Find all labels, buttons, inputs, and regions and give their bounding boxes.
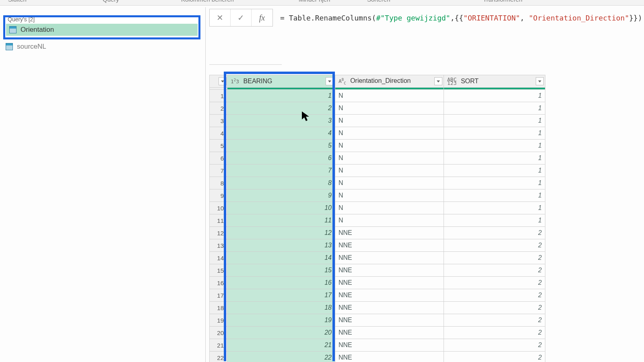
cell-sort[interactable]: 2 <box>444 252 545 264</box>
cell-bearing[interactable]: 14 <box>227 252 335 264</box>
cell-bearing[interactable]: 3 <box>227 115 335 127</box>
row-number[interactable]: 10 <box>210 202 227 214</box>
table-row[interactable]: 1515NNE2 <box>210 264 545 277</box>
cell-bearing[interactable]: 21 <box>227 339 335 352</box>
cell-orientation[interactable]: NNE <box>335 227 444 239</box>
cell-orientation[interactable]: NNE <box>335 302 444 314</box>
cell-orientation[interactable]: N <box>335 189 444 202</box>
cell-sort[interactable]: 1 <box>444 115 545 127</box>
cell-orientation[interactable]: NNE <box>335 264 444 277</box>
table-row[interactable]: 1313NNE2 <box>210 239 545 252</box>
cell-bearing[interactable]: 6 <box>227 152 335 165</box>
row-number[interactable]: 22 <box>210 352 227 362</box>
ribbon-transformeren[interactable]: Transformeren <box>483 0 522 3</box>
cell-orientation[interactable]: N <box>335 152 444 165</box>
cell-sort[interactable]: 1 <box>444 102 545 115</box>
chevron-down-icon[interactable] <box>536 77 544 85</box>
query-item-orientation[interactable]: Orientation <box>6 24 198 36</box>
cell-orientation[interactable]: N <box>335 115 444 127</box>
cell-sort[interactable]: 2 <box>444 339 545 352</box>
cell-bearing[interactable]: 17 <box>227 289 335 302</box>
cell-orientation[interactable]: NNE <box>335 239 444 252</box>
cell-orientation[interactable]: NNE <box>335 252 444 264</box>
cell-sort[interactable]: 1 <box>444 165 545 177</box>
table-row[interactable]: 1414NNE2 <box>210 252 545 264</box>
table-row[interactable]: 11N1 <box>210 90 545 102</box>
table-row[interactable]: 1818NNE2 <box>210 302 545 314</box>
table-row[interactable]: 22N1 <box>210 102 545 115</box>
cell-orientation[interactable]: N <box>335 165 444 177</box>
table-row[interactable]: 1212NNE2 <box>210 227 545 239</box>
cell-sort[interactable]: 2 <box>444 227 545 239</box>
table-row[interactable]: 44N1 <box>210 127 545 140</box>
row-number[interactable]: 8 <box>210 177 227 189</box>
column-header-bearing[interactable]: 123 BEARING <box>227 75 335 88</box>
table-row[interactable]: 99N1 <box>210 189 545 202</box>
row-number[interactable]: 7 <box>210 165 227 177</box>
cell-sort[interactable]: 1 <box>444 214 545 227</box>
ribbon-sluiten[interactable]: Sluiten <box>8 0 27 3</box>
cell-sort[interactable]: 2 <box>444 277 545 289</box>
row-number[interactable]: 20 <box>210 327 227 339</box>
cell-sort[interactable]: 1 <box>444 140 545 152</box>
cell-orientation[interactable]: NNE <box>335 339 444 352</box>
table-row[interactable]: 55N1 <box>210 140 545 152</box>
cell-sort[interactable]: 1 <box>444 177 545 189</box>
table-row[interactable]: 2020NNE2 <box>210 327 545 339</box>
row-number[interactable]: 18 <box>210 302 227 314</box>
row-number[interactable]: 6 <box>210 152 227 165</box>
cell-orientation[interactable]: N <box>335 102 444 115</box>
cell-bearing[interactable]: 4 <box>227 127 335 140</box>
cell-bearing[interactable]: 13 <box>227 239 335 252</box>
row-number[interactable]: 13 <box>210 239 227 252</box>
column-header-orientation[interactable]: ABC Orientation_Direction <box>335 75 444 88</box>
cell-orientation[interactable]: N <box>335 202 444 214</box>
row-number[interactable]: 4 <box>210 127 227 140</box>
fx-icon[interactable]: fx <box>252 13 272 23</box>
query-item-sourcenl[interactable]: sourceNL <box>6 43 46 51</box>
chevron-down-icon[interactable] <box>326 77 334 85</box>
formula-cancel-button[interactable]: ✕ <box>210 9 231 26</box>
table-row[interactable]: 1616NNE2 <box>210 277 545 289</box>
cell-bearing[interactable]: 19 <box>227 314 335 327</box>
row-number[interactable]: 11 <box>210 214 227 227</box>
cell-orientation[interactable]: NNE <box>335 277 444 289</box>
row-number[interactable]: 19 <box>210 314 227 327</box>
cell-bearing[interactable]: 5 <box>227 140 335 152</box>
cell-bearing[interactable]: 2 <box>227 102 335 115</box>
cell-bearing[interactable]: 11 <box>227 214 335 227</box>
row-number[interactable]: 1 <box>210 90 227 102</box>
cell-orientation[interactable]: NNE <box>335 352 444 362</box>
row-number[interactable]: 15 <box>210 264 227 277</box>
row-number[interactable]: 9 <box>210 189 227 202</box>
ribbon-sorteren[interactable]: Sorteren <box>367 0 390 3</box>
cell-bearing[interactable]: 15 <box>227 264 335 277</box>
table-row[interactable]: 1010N1 <box>210 202 545 214</box>
cell-bearing[interactable]: 20 <box>227 327 335 339</box>
cell-bearing[interactable]: 10 <box>227 202 335 214</box>
cell-sort[interactable]: 2 <box>444 264 545 277</box>
cell-orientation[interactable]: N <box>335 140 444 152</box>
row-number[interactable]: 3 <box>210 115 227 127</box>
table-row[interactable]: 66N1 <box>210 152 545 165</box>
cell-orientation[interactable]: N <box>335 90 444 102</box>
cell-sort[interactable]: 2 <box>444 289 545 302</box>
ribbon-kolommen[interactable]: Kolommen beheren <box>181 0 234 3</box>
row-number[interactable]: 5 <box>210 140 227 152</box>
cell-orientation[interactable]: NNE <box>335 314 444 327</box>
cell-bearing[interactable]: 18 <box>227 302 335 314</box>
table-row[interactable]: 1111N1 <box>210 214 545 227</box>
cell-sort[interactable]: 2 <box>444 314 545 327</box>
chevron-down-icon[interactable] <box>219 77 227 85</box>
cell-bearing[interactable]: 16 <box>227 277 335 289</box>
cell-bearing[interactable]: 8 <box>227 177 335 189</box>
row-number[interactable]: 21 <box>210 339 227 352</box>
cell-sort[interactable]: 2 <box>444 239 545 252</box>
cell-bearing[interactable]: 22 <box>227 352 335 362</box>
row-number[interactable]: 14 <box>210 252 227 264</box>
cell-orientation[interactable]: N <box>335 214 444 227</box>
table-row[interactable]: 2121NNE2 <box>210 339 545 352</box>
table-row[interactable]: 88N1 <box>210 177 545 189</box>
cell-sort[interactable]: 2 <box>444 352 545 362</box>
table-row[interactable]: 1717NNE2 <box>210 289 545 302</box>
